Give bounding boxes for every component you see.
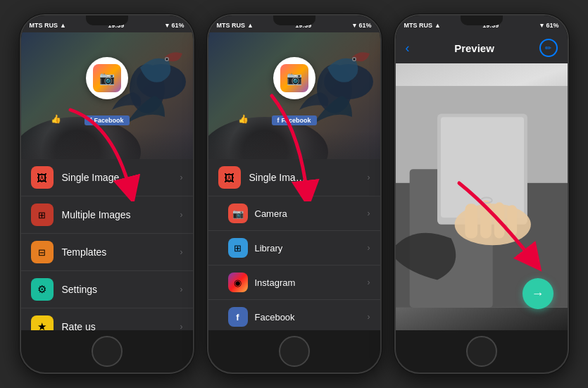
menu-list-1: 🖼 Single Image › ⊞ Multiple Images › ⊟ T…: [21, 159, 193, 330]
preview-title: Preview: [454, 42, 494, 54]
camera-label: Camera: [255, 208, 368, 219]
status-right-3: ▾ 61%: [540, 22, 558, 29]
instagram-label: Instagram: [255, 277, 368, 288]
wifi-icon-1: ▾: [165, 22, 169, 29]
chevron-icon-1d: ›: [180, 284, 183, 294]
screen-2: 📷 👍 f Facebook 🖼 Single Ima… ›: [208, 32, 380, 330]
status-right-2: ▾ 61%: [353, 22, 371, 29]
signal-icon-1: ▲: [60, 22, 66, 29]
multiple-images-icon-1: ⊞: [31, 204, 54, 226]
status-left-1: MTS RUS ▲: [30, 22, 66, 29]
time-3: 19:39: [482, 22, 499, 29]
submenu-library[interactable]: ⊞ Library ›: [208, 231, 380, 265]
time-1: 19:39: [108, 22, 124, 29]
app-logo-inner-2: 📷: [280, 64, 308, 92]
menu-item-settings-1[interactable]: ⚙ Settings ›: [21, 271, 193, 308]
submenu-instagram[interactable]: ◉ Instagram ›: [208, 265, 380, 300]
svg-rect-16: [494, 202, 504, 238]
app-logo-inner-1: 📷: [93, 64, 121, 92]
phone-3: MTS RUS ▲ 19:39 ▾ 61% ‹ Preview: [394, 14, 569, 374]
menu-item-templates-1[interactable]: ⊟ Templates ›: [21, 234, 193, 271]
single-image-icon-2: 🖼: [218, 166, 241, 189]
app-logo-2: 📷: [273, 57, 315, 99]
submenu-facebook[interactable]: f Facebook ›: [208, 300, 380, 330]
submenu-2: 📷 Camera › ⊞ Library › ◉ Instagram: [208, 196, 380, 330]
chevron-icon-1b: ›: [180, 210, 183, 220]
edit-button-3[interactable]: ✏: [539, 39, 558, 57]
back-button-3[interactable]: ‹: [406, 41, 410, 56]
fb-label-1: Facebook: [94, 117, 123, 124]
multiple-images-label-1: Multiple Images: [62, 209, 180, 220]
signal-icon-3: ▲: [434, 22, 441, 29]
carrier-2: MTS RUS: [217, 22, 246, 29]
submenu-camera[interactable]: 📷 Camera ›: [208, 196, 380, 231]
single-image-label-1: Single Image: [62, 172, 180, 183]
single-image-icon-1: 🖼: [31, 166, 54, 189]
preview-image-area: →: [396, 63, 568, 330]
status-right-1: ▾ 61%: [165, 22, 184, 29]
fb-badge-1: f Facebook: [84, 115, 129, 125]
templates-icon-1: ⊟: [31, 241, 54, 263]
status-left-3: MTS RUS ▲: [404, 22, 441, 29]
home-button-2[interactable]: [279, 336, 310, 367]
signal-icon-2: ▲: [247, 22, 254, 29]
battery-1: 61%: [171, 22, 184, 29]
battery-3: 61%: [546, 22, 558, 29]
next-icon-3: →: [532, 287, 544, 301]
fb-badge-2: f Facebook: [271, 115, 316, 125]
library-icon: ⊞: [228, 238, 248, 258]
settings-label-1: Settings: [62, 284, 180, 295]
svg-rect-17: [507, 205, 517, 236]
library-label: Library: [255, 243, 368, 254]
chevron-instagram: ›: [368, 277, 370, 287]
preview-screen: ‹ Preview ✏: [396, 32, 568, 330]
chevron-library: ›: [368, 243, 370, 253]
menu-list-2: 🖼 Single Ima… › 📷 Camera › ⊞ Lib: [208, 159, 380, 330]
settings-icon-1: ⚙: [31, 278, 54, 301]
fb-label-2: Facebook: [281, 117, 311, 124]
bg-photo-2: [208, 32, 380, 173]
chevron-icon-1c: ›: [180, 247, 183, 257]
single-image-label-2: Single Ima…: [249, 172, 368, 183]
camera-icon: 📷: [228, 204, 248, 223]
fb-icon-1: f: [89, 117, 92, 124]
chevron-icon-1a: ›: [180, 173, 183, 182]
menu-item-single-image-1[interactable]: 🖼 Single Image ›: [21, 159, 193, 196]
menu-item-rate-1[interactable]: ★ Rate us ›: [21, 308, 193, 330]
phone-1: MTS RUS ▲ 19:39 ▾ 61%: [20, 14, 194, 374]
rate-icon-1: ★: [31, 315, 54, 330]
status-left-2: MTS RUS ▲: [217, 22, 254, 29]
svg-rect-15: [480, 200, 492, 238]
screenshots-container: MTS RUS ▲ 19:39 ▾ 61%: [6, 0, 583, 388]
screen-1: 📷 👍 f Facebook 🖼 Single Image ›: [21, 32, 193, 330]
menu-item-multiple-images-1[interactable]: ⊞ Multiple Images ›: [21, 196, 193, 234]
battery-2: 61%: [358, 22, 371, 29]
screen-3: ‹ Preview ✏: [396, 32, 568, 330]
chevron-facebook: ›: [368, 312, 370, 322]
home-button-1[interactable]: [92, 336, 123, 367]
time-2: 19:39: [295, 22, 311, 29]
edit-icon-3: ✏: [545, 44, 551, 53]
chevron-camera: ›: [368, 208, 370, 218]
chevron-icon-1e: ›: [180, 322, 183, 330]
carrier-1: MTS RUS: [30, 22, 58, 29]
wifi-icon-3: ▾: [540, 22, 544, 29]
facebook-label: Facebook: [255, 312, 368, 323]
preview-navbar: ‹ Preview ✏: [396, 32, 568, 63]
fb-icon-2: f: [277, 117, 279, 124]
facebook-icon: f: [228, 307, 248, 327]
carrier-3: MTS RUS: [404, 22, 433, 29]
next-button-3[interactable]: →: [523, 278, 553, 309]
bg-photo-1: [21, 32, 193, 173]
phone-2: MTS RUS ▲ 19:39 ▾ 61%: [207, 14, 382, 374]
svg-rect-14: [465, 204, 477, 238]
thumb-icon-2: 👍: [238, 114, 249, 124]
templates-label-1: Templates: [62, 246, 180, 258]
rate-label-1: Rate us: [62, 321, 180, 330]
menu-item-single-image-2[interactable]: 🖼 Single Ima… ›: [208, 159, 380, 196]
app-logo-1: 📷: [86, 57, 128, 99]
thumb-icon-1: 👍: [51, 114, 61, 124]
instagram-icon: ◉: [228, 273, 248, 292]
chevron-icon-2a: ›: [368, 173, 370, 182]
home-button-3[interactable]: [466, 336, 497, 367]
